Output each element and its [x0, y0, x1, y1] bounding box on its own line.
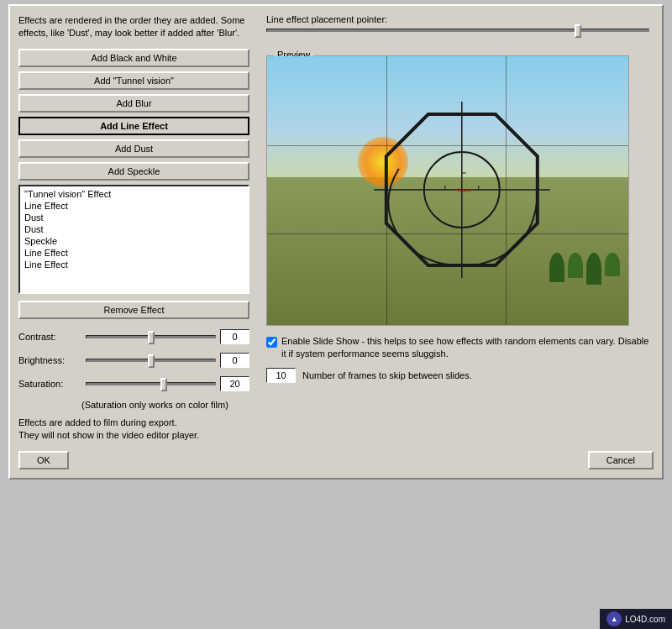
contrast-thumb[interactable]: [148, 331, 155, 344]
saturation-note: (Saturation only works on color film): [81, 400, 249, 410]
brightness-row: Brightness:: [18, 353, 249, 368]
contrast-slider[interactable]: [86, 335, 216, 338]
enable-slideshow-row: Enable Slide Show - this helps to see ho…: [266, 335, 654, 361]
scope-svg: horn: [374, 102, 550, 278]
line-effect-slider-row: [266, 29, 654, 39]
watermark-text: LO4D.com: [625, 615, 665, 624]
preview-image: horn: [267, 56, 628, 325]
add-speckle-button[interactable]: Add Speckle: [18, 162, 249, 181]
enable-slideshow-checkbox[interactable]: [266, 337, 277, 348]
line-effect-slider[interactable]: [266, 29, 649, 32]
list-item[interactable]: Speckle: [22, 235, 246, 247]
scope-overlay: horn: [374, 102, 550, 280]
watermark-icon: ▲: [606, 611, 622, 626]
add-line-effect-button[interactable]: Add Line Effect: [18, 117, 249, 135]
line-effect-thumb[interactable]: [575, 24, 581, 38]
brightness-value[interactable]: [220, 353, 249, 368]
cancel-button[interactable]: Cancel: [588, 451, 654, 469]
ok-button[interactable]: OK: [18, 451, 69, 469]
saturation-label: Saturation:: [18, 379, 81, 389]
bottom-buttons: OK Cancel: [18, 451, 654, 469]
saturation-value[interactable]: [220, 376, 249, 391]
list-item[interactable]: Dust: [22, 223, 246, 235]
brightness-thumb[interactable]: [148, 354, 155, 368]
svg-text:horn: horn: [458, 186, 471, 194]
saturation-row: Saturation:: [18, 376, 249, 391]
saturation-slider[interactable]: [86, 382, 216, 385]
bottom-section: Effects are added to film during export.…: [18, 410, 654, 469]
contrast-value[interactable]: [220, 329, 249, 344]
line-effect-label: Line effect placement pointer:: [266, 14, 387, 24]
left-panel: Effects are rendered in the order they a…: [18, 14, 258, 410]
add-tunnel-vision-button[interactable]: Add "Tunnel vision": [18, 71, 249, 90]
list-item[interactable]: Line Effect: [22, 200, 246, 212]
add-dust-button[interactable]: Add Dust: [18, 139, 249, 158]
effects-list[interactable]: "Tunnel vision" Effect Line Effect Dust …: [18, 185, 249, 294]
slideshow-section: Enable Slide Show - this helps to see ho…: [266, 335, 654, 383]
list-item[interactable]: Line Effect: [22, 247, 246, 259]
frames-row: Number of frames to skip between slides.: [266, 368, 654, 383]
list-item[interactable]: Dust: [22, 212, 246, 223]
contrast-row: Contrast:: [18, 329, 249, 344]
bottom-info: Effects are added to film during export.…: [18, 417, 654, 443]
list-item[interactable]: Line Effect: [22, 259, 246, 270]
trees: [549, 253, 620, 285]
frames-label: Number of frames to skip between slides.: [302, 370, 472, 380]
brightness-label: Brightness:: [18, 355, 81, 365]
preview-container: Preview: [266, 55, 629, 326]
main-dialog: Effects are rendered in the order they a…: [8, 4, 664, 480]
add-blur-button[interactable]: Add Blur: [18, 94, 249, 113]
contrast-label: Contrast:: [18, 332, 81, 342]
saturation-thumb[interactable]: [160, 378, 167, 391]
add-black-white-button[interactable]: Add Black and White: [18, 49, 249, 67]
frames-input[interactable]: [266, 368, 296, 383]
enable-slideshow-label: Enable Slide Show - this helps to see ho…: [281, 335, 654, 361]
list-item[interactable]: "Tunnel vision" Effect: [22, 188, 246, 200]
remove-effect-button[interactable]: Remove Effect: [18, 301, 249, 319]
right-panel: Line effect placement pointer: Preview: [266, 14, 654, 383]
line-effect-header: Line effect placement pointer:: [266, 14, 654, 24]
info-text: Effects are rendered in the order they a…: [18, 14, 249, 40]
watermark: ▲ LO4D.com: [600, 609, 672, 629]
brightness-slider[interactable]: [86, 359, 216, 362]
